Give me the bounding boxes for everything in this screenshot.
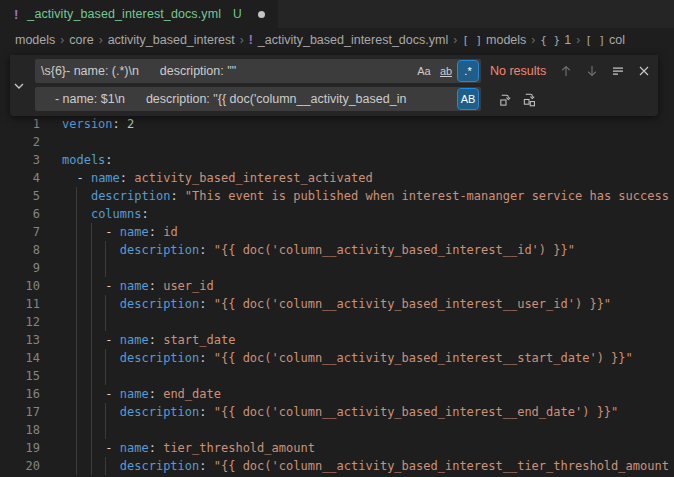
indent-guide [105, 259, 106, 277]
whole-word-toggle[interactable]: ab [436, 61, 456, 81]
line-number: 15 [0, 367, 40, 385]
line-number: 1 [0, 115, 40, 133]
code-line-text: description: "{{ doc('column__activity_b… [62, 457, 669, 475]
line-number: 14 [0, 349, 40, 367]
tab-activity-based-interest-docs[interactable]: ! _activity_based_interest_docs.yml U [0, 0, 278, 28]
replace-input[interactable]: - name: $1\n description: "{{ doc('colum… [35, 87, 481, 111]
preserve-case-toggle[interactable]: AB [458, 89, 478, 109]
indent-guide [105, 421, 106, 439]
replace-all-button[interactable] [519, 89, 539, 109]
vscode-window: ! _activity_based_interest_docs.yml U mo… [0, 0, 674, 477]
code-line-text: - name: id [62, 223, 178, 241]
replace-all-icon [522, 92, 537, 107]
line-number: 6 [0, 205, 40, 223]
find-replace-widget: \s{6}- name: (.*)\n description: "" Aa a… [10, 55, 658, 116]
code-line-8: 8 description: "{{ doc('column__activity… [0, 241, 674, 259]
code-line-15: 15 [0, 367, 674, 385]
git-untracked-badge: U [233, 7, 242, 21]
find-input[interactable]: \s{6}- name: (.*)\n description: "" Aa a… [35, 59, 481, 83]
breadcrumb-item-label: 1 [564, 33, 571, 47]
find-status: No results [490, 59, 546, 83]
breadcrumb-item-activity-based-interest[interactable]: activity_based_interest [108, 33, 235, 47]
code-line-text: description: "{{ doc('column__activity_b… [62, 349, 633, 367]
breadcrumb: models›core›activity_based_interest›!_ac… [0, 28, 674, 52]
breadcrumb-item-label: models [486, 33, 526, 47]
code-line-18: 18 [0, 421, 674, 439]
code-line-1: 1version: 2 [0, 115, 674, 133]
regex-toggle[interactable]: .* [458, 61, 478, 81]
breadcrumb-item-label: activity_based_interest [108, 33, 235, 47]
find-in-selection-button[interactable] [608, 61, 628, 81]
line-number: 11 [0, 295, 40, 313]
line-number: 18 [0, 421, 40, 439]
code-line-text: - name: tier_threshold_amount [62, 439, 315, 457]
replace-value-text: - name: $1\n description: "{{ doc('colum… [41, 92, 406, 106]
indent-guide [91, 367, 92, 385]
match-case-toggle[interactable]: Aa [414, 61, 434, 81]
breadcrumb-separator-icon: › [576, 33, 580, 47]
code-line-16: 16 - name: end_date [0, 385, 674, 403]
line-number: 19 [0, 439, 40, 457]
line-number: 7 [0, 223, 40, 241]
breadcrumb-item--activity-based-interest-docs-yml[interactable]: !_activity_based_interest_docs.yml [249, 33, 448, 47]
code-line-text: version: 2 [62, 115, 134, 133]
replace-icon [498, 92, 513, 107]
breadcrumb-item-label: models [15, 33, 55, 47]
code-line-2: 2 [0, 133, 674, 151]
chevron-down-icon [13, 82, 25, 90]
line-number: 3 [0, 151, 40, 169]
code-line-text: description: "This event is published wh… [62, 187, 669, 205]
breadcrumb-item-label: _activity_based_interest_docs.yml [258, 33, 448, 47]
breadcrumb-item-label: col [609, 33, 625, 47]
indent-guide [91, 313, 92, 331]
code-line-3: 3models: [0, 151, 674, 169]
indent-guide [91, 421, 92, 439]
breadcrumb-item-label: core [69, 33, 93, 47]
breadcrumb-item-models[interactable]: [ ]models [462, 33, 526, 47]
arrow-up-icon [559, 64, 573, 78]
code-line-4: 4 - name: activity_based_interest_activa… [0, 169, 674, 187]
breadcrumb-item-core[interactable]: core [69, 33, 93, 47]
code-line-text: - name: end_date [62, 385, 221, 403]
code-line-text: columns: [62, 205, 149, 223]
code-line-text: models: [62, 151, 113, 169]
line-number: 10 [0, 277, 40, 295]
indent-guide [76, 421, 77, 439]
indent-guide [76, 259, 77, 277]
code-line-5: 5 description: "This event is published … [0, 187, 674, 205]
code-line-text: - name: activity_based_interest_activate… [62, 169, 373, 187]
breadcrumb-item-1[interactable]: { }1 [540, 33, 571, 47]
line-number: 16 [0, 385, 40, 403]
breadcrumb-separator-icon: › [453, 33, 457, 47]
toggle-replace-button[interactable] [10, 55, 28, 116]
breadcrumb-item-models[interactable]: models [15, 33, 55, 47]
find-query-text: \s{6}- name: (.*)\n description: "" [41, 64, 236, 78]
code-line-14: 14 description: "{{ doc('column__activit… [0, 349, 674, 367]
breadcrumb-item-col[interactable]: [ ]col [585, 33, 625, 47]
modified-indicator-dot[interactable] [258, 11, 265, 18]
breadcrumb-separator-icon: › [99, 33, 103, 47]
yaml-file-icon: ! [14, 7, 18, 22]
line-number: 8 [0, 241, 40, 259]
indent-guide [105, 313, 106, 331]
code-line-text: - name: start_date [62, 331, 235, 349]
symbol-object-icon: { } [540, 34, 560, 47]
replace-button[interactable] [495, 89, 515, 109]
arrow-down-icon [585, 64, 599, 78]
close-find-widget-button[interactable] [634, 61, 654, 81]
selection-find-icon [611, 64, 625, 78]
line-number: 13 [0, 331, 40, 349]
code-line-text: description: "{{ doc('column__activity_b… [62, 295, 611, 313]
code-line-13: 13 - name: start_date [0, 331, 674, 349]
code-line-17: 17 description: "{{ doc('column__activit… [0, 403, 674, 421]
code-line-11: 11 description: "{{ doc('column__activit… [0, 295, 674, 313]
indent-guide [91, 259, 92, 277]
tab-bar: ! _activity_based_interest_docs.yml U [0, 0, 674, 28]
code-line-text: description: "{{ doc('column__activity_b… [62, 241, 575, 259]
previous-match-button[interactable] [556, 61, 576, 81]
indent-guide [76, 367, 77, 385]
close-icon [638, 65, 650, 77]
code-line-text: description: "{{ doc('column__activity_b… [62, 403, 618, 421]
next-match-button[interactable] [582, 61, 602, 81]
line-number: 5 [0, 187, 40, 205]
